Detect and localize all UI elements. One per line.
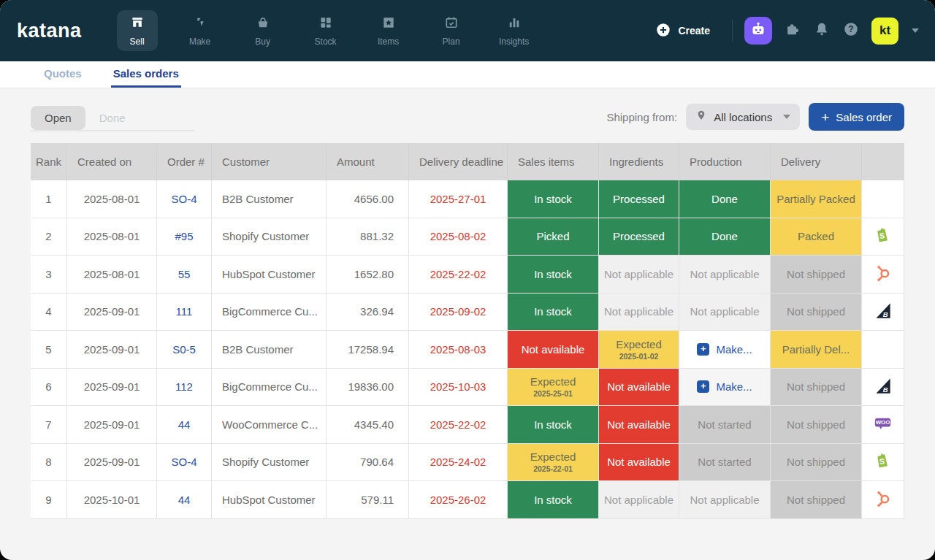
user-avatar[interactable]: kt — [871, 18, 898, 45]
ai-assistant-button[interactable] — [744, 17, 772, 45]
cell-amount: 881.32 — [327, 218, 409, 256]
cell-customer: HubSpot Customer — [212, 481, 327, 519]
delivery-status: Not shipped — [771, 444, 862, 482]
cell-deadline: 2025-26-02 — [409, 481, 508, 519]
cell-customer: HubSpot Customer — [212, 256, 327, 294]
nav-item-stock[interactable]: Stock — [305, 10, 346, 51]
cell-deadline: 2025-22-02 — [409, 256, 508, 294]
app-window: katana Sell Make Buy Stock Items — [0, 0, 935, 560]
table-row[interactable]: 5 2025-09-01 S0-5 B2B Customer 17258.94 … — [31, 331, 904, 369]
status-date: 2025-25-01 — [533, 389, 573, 398]
bigcommerce-icon: B — [873, 376, 893, 398]
nav-item-make[interactable]: Make — [180, 10, 221, 51]
order-link[interactable]: S0-5 — [157, 331, 212, 369]
bell-icon — [814, 21, 830, 40]
svg-text:B: B — [883, 386, 888, 394]
production-status: Not started — [679, 406, 771, 444]
tab-quotes[interactable]: Quotes — [42, 61, 84, 88]
cell-rank: 1 — [31, 180, 67, 218]
cell-created: 2025-08-01 — [67, 218, 157, 256]
order-link[interactable]: 55 — [157, 256, 212, 294]
create-label: Create — [678, 25, 710, 37]
make-icon — [193, 15, 207, 33]
nav-label: Buy — [255, 37, 270, 47]
channel-cell — [862, 331, 904, 369]
plus-circle-icon — [655, 22, 671, 40]
table-row[interactable]: 2 2025-08-01 #95 Shopify Customer 881.32… — [31, 218, 904, 256]
order-link[interactable]: 111 — [157, 294, 212, 331]
production-status: Not applicable — [679, 481, 771, 519]
col-header-channel — [862, 143, 904, 180]
plus-icon: + — [821, 110, 829, 124]
order-link[interactable]: 112 — [157, 369, 212, 407]
nav-item-insights[interactable]: Insights — [494, 10, 535, 51]
cell-customer: B2B Customer — [212, 180, 327, 218]
cell-customer: BigCommerce Cu... — [212, 294, 327, 331]
integrations-button[interactable] — [784, 22, 801, 39]
make-button[interactable]: + Make... — [679, 369, 771, 407]
chevron-down-icon[interactable] — [912, 28, 919, 33]
shopify-icon: S — [873, 451, 893, 473]
cell-customer: WooCommerce C... — [212, 406, 327, 444]
order-link[interactable]: 44 — [157, 481, 212, 519]
cell-created: 2025-08-01 — [67, 180, 157, 218]
nav-item-items[interactable]: Items — [368, 10, 409, 51]
delivery-status: Partially Del... — [771, 331, 862, 369]
storefront-icon — [130, 15, 145, 33]
controls-row: Open Done Shipping from: All locations +… — [31, 101, 904, 133]
order-link[interactable]: 44 — [157, 406, 212, 444]
order-link[interactable]: #95 — [157, 218, 212, 256]
plus-icon: + — [697, 380, 709, 393]
svg-text:B: B — [883, 310, 888, 318]
sales-items-status: In stock — [508, 294, 599, 331]
channel-cell: WOO — [862, 406, 904, 444]
nav-label: Stock — [315, 37, 337, 47]
col-header-rank: Rank — [31, 143, 67, 180]
sales-items-status: In stock — [508, 406, 599, 444]
order-link[interactable]: SO-4 — [157, 444, 212, 482]
location-select[interactable]: All locations — [686, 104, 800, 130]
nav-item-sell[interactable]: Sell — [117, 10, 158, 51]
new-sales-order-button[interactable]: + Sales order — [809, 103, 904, 131]
filter-open[interactable]: Open — [31, 106, 85, 130]
nav-item-buy[interactable]: Buy — [243, 10, 283, 51]
create-button[interactable]: Create — [655, 22, 710, 40]
notifications-button[interactable] — [813, 22, 831, 39]
order-link[interactable]: SO-4 — [157, 180, 212, 218]
nav-item-plan[interactable]: Plan — [431, 10, 472, 51]
cell-rank: 9 — [31, 481, 67, 519]
cell-deadline: 2025-08-03 — [409, 331, 508, 369]
table-row[interactable]: 7 2025-09-01 44 WooCommerce C... 4345.40… — [31, 406, 904, 444]
channel-cell — [862, 256, 904, 294]
shipping-from-label: Shipping from: — [606, 111, 677, 123]
ingredients-status: Not available — [599, 369, 679, 407]
navbar-right: Create ? kt — [655, 17, 919, 45]
table-row[interactable]: 9 2025-10-01 44 HubSpot Customer 579.11 … — [31, 481, 904, 519]
tab-sales-orders[interactable]: Sales orders — [111, 61, 181, 88]
production-status: Not applicable — [679, 256, 771, 294]
delivery-status: Not shipped — [771, 294, 862, 331]
col-header-production: Production — [679, 143, 771, 180]
col-header-order: Order # — [157, 143, 212, 180]
table-row[interactable]: 6 2025-09-01 112 BigCommerce Cu... 19836… — [31, 369, 904, 407]
cell-rank: 7 — [31, 406, 67, 444]
plus-icon: + — [697, 343, 709, 356]
cell-rank: 4 — [31, 294, 67, 331]
cell-created: 2025-09-01 — [67, 444, 157, 482]
table-row[interactable]: 3 2025-08-01 55 HubSpot Customer 1652.80… — [31, 256, 904, 294]
make-button[interactable]: + Make... — [679, 331, 771, 369]
question-icon: ? — [843, 21, 859, 40]
filter-done[interactable]: Done — [85, 106, 140, 130]
delivery-status: Not shipped — [771, 406, 862, 444]
table-row[interactable]: 4 2025-09-01 111 BigCommerce Cu... 326.9… — [31, 294, 904, 331]
table-row[interactable]: 1 2025-08-01 SO-4 B2B Customer 4656.00 2… — [31, 180, 904, 218]
new-sales-order-label: Sales order — [836, 111, 892, 123]
sales-items-status: In stock — [508, 180, 599, 218]
divider — [732, 20, 733, 42]
table-row[interactable]: 8 2025-09-01 SO-4 Shopify Customer 790.6… — [31, 444, 904, 482]
sales-items-status: Expected 2025-22-01 — [508, 444, 599, 482]
help-button[interactable]: ? — [842, 22, 860, 39]
production-status: Done — [679, 218, 771, 256]
col-header-created: Created on — [67, 143, 157, 180]
location-pin-icon — [695, 110, 707, 124]
